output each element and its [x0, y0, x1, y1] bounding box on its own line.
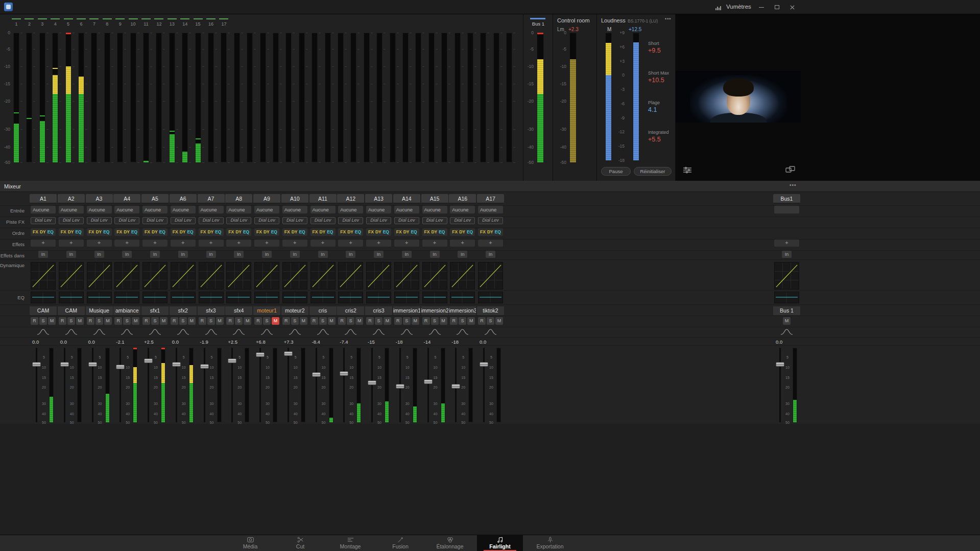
rsm-button-m[interactable]: M	[76, 317, 84, 325]
add-effect-button[interactable]: +	[366, 239, 391, 247]
trackfx-slot[interactable]: Dial Lev	[310, 217, 336, 224]
order-control[interactable]: FXDYEQ	[31, 228, 56, 236]
dual-display-icon[interactable]	[785, 166, 795, 176]
effects-in-button[interactable]: In	[262, 251, 272, 258]
order-control[interactable]: FXDYEQ	[394, 228, 419, 236]
add-effect-button[interactable]: +	[310, 239, 336, 247]
dynamics-graph[interactable]	[478, 262, 503, 290]
rsm-button-s[interactable]: S	[67, 317, 75, 325]
rsm-button-m[interactable]: M	[412, 317, 419, 325]
pan-control[interactable]	[456, 327, 469, 336]
channel-header[interactable]: A17	[477, 194, 504, 203]
eq-graph[interactable]	[366, 292, 391, 303]
fader-handle[interactable]	[88, 362, 97, 367]
dynamics-graph[interactable]	[31, 262, 56, 290]
eq-graph[interactable]	[394, 292, 419, 303]
track-name[interactable]: sfx4	[225, 306, 252, 315]
rsm-button-m[interactable]: M	[300, 317, 307, 325]
fader-handle[interactable]	[144, 358, 153, 363]
effects-in-button[interactable]: In	[430, 251, 440, 258]
eq-graph[interactable]	[142, 292, 168, 303]
minimize-button[interactable]	[755, 3, 768, 12]
add-effect-button[interactable]: +	[338, 239, 363, 247]
input-select[interactable]: Aucune	[87, 206, 112, 213]
rsm-button-s[interactable]: S	[487, 317, 494, 325]
add-effect-button[interactable]: +	[774, 239, 799, 247]
fader[interactable]: 5101520304050	[309, 347, 337, 423]
rsm-button-s[interactable]: S	[431, 317, 439, 325]
rsm-button-r[interactable]: R	[59, 317, 66, 325]
rsm-button-m[interactable]: M	[160, 317, 168, 325]
effects-in-button[interactable]: In	[38, 251, 48, 258]
add-effect-button[interactable]: +	[114, 239, 139, 247]
tab-fusion[interactable]: Fusion	[377, 535, 423, 551]
trackfx-slot[interactable]: Dial Lev	[478, 217, 503, 224]
dynamics-graph[interactable]	[774, 262, 799, 290]
rsm-button-s[interactable]: S	[39, 317, 47, 325]
input-select[interactable]: Aucune	[254, 206, 279, 213]
trackfx-slot[interactable]: Dial Lev	[394, 217, 419, 224]
channel-header[interactable]: A3	[86, 194, 113, 203]
trackfx-slot[interactable]: Dial Lev	[114, 217, 139, 224]
fader[interactable]: 5101520304050	[141, 347, 169, 423]
input-select[interactable]: Aucune	[59, 206, 84, 213]
channel-header[interactable]: A15	[421, 194, 448, 203]
eq-graph[interactable]	[87, 292, 112, 303]
rsm-button-s[interactable]: S	[235, 317, 243, 325]
trackfx-slot[interactable]: Dial Lev	[199, 217, 224, 224]
fader-handle[interactable]	[60, 362, 69, 367]
rsm-button-m[interactable]: M	[355, 317, 363, 325]
pan-control[interactable]	[204, 327, 218, 336]
rsm-button-m[interactable]: M	[440, 317, 447, 325]
dynamics-graph[interactable]	[338, 262, 363, 290]
trackfx-slot[interactable]: Dial Lev	[226, 217, 251, 224]
eq-graph[interactable]	[478, 292, 503, 303]
trackfx-slot[interactable]: Dial Lev	[31, 217, 56, 224]
channel-header[interactable]: A1	[30, 194, 57, 203]
order-control[interactable]: FXDYEQ	[478, 228, 503, 236]
pan-control[interactable]	[428, 327, 442, 336]
tab-média[interactable]: Média	[227, 535, 273, 551]
rsm-button-s[interactable]: S	[403, 317, 411, 325]
fader-handle[interactable]	[451, 384, 460, 389]
pan-control[interactable]	[484, 327, 497, 336]
tab-fairlight[interactable]: Fairlight	[477, 535, 523, 551]
track-name[interactable]: sfx3	[198, 306, 225, 315]
order-control[interactable]: FXDYEQ	[87, 228, 112, 236]
fader-handle[interactable]	[396, 384, 404, 389]
trackfx-slot[interactable]: Dial Lev	[171, 217, 196, 224]
rsm-button-s[interactable]: S	[263, 317, 271, 325]
add-effect-button[interactable]: +	[282, 239, 307, 247]
fader[interactable]: 5101520304050	[113, 347, 140, 423]
track-name[interactable]: sfx2	[170, 306, 197, 315]
rsm-button-m[interactable]: M	[384, 317, 391, 325]
rsm-button-r[interactable]: R	[199, 317, 206, 325]
order-control[interactable]: FXDYEQ	[310, 228, 336, 236]
track-name[interactable]: tiktok2	[477, 306, 504, 315]
track-name[interactable]: Musique	[86, 306, 113, 315]
channel-header[interactable]: A10	[281, 194, 308, 203]
track-name[interactable]: CAM	[58, 306, 85, 315]
rsm-button-r[interactable]: R	[478, 317, 486, 325]
eq-graph[interactable]	[114, 292, 139, 303]
input-select[interactable]: Aucune	[422, 206, 447, 213]
pan-control[interactable]	[92, 327, 106, 336]
add-effect-button[interactable]: +	[142, 239, 168, 247]
rsm-button-r[interactable]: R	[310, 317, 318, 325]
effects-in-button[interactable]: In	[122, 251, 132, 258]
pan-control[interactable]	[260, 327, 274, 336]
input-select[interactable]: Aucune	[31, 206, 56, 213]
trackfx-slot[interactable]: Dial Lev	[282, 217, 307, 224]
input-select[interactable]: Aucune	[310, 206, 336, 213]
fader-handle[interactable]	[424, 379, 433, 384]
order-control[interactable]: FXDYEQ	[450, 228, 475, 236]
trackfx-slot[interactable]: Dial Lev	[366, 217, 391, 224]
rsm-button-r[interactable]: R	[450, 317, 458, 325]
add-effect-button[interactable]: +	[450, 239, 475, 247]
input-select[interactable]: Aucune	[142, 206, 168, 213]
fader[interactable]: 5101520304050	[449, 347, 476, 423]
pan-control[interactable]	[316, 327, 330, 336]
input-select[interactable]: Aucune	[171, 206, 196, 213]
channel-header[interactable]: A8	[225, 194, 252, 203]
add-effect-button[interactable]: +	[422, 239, 447, 247]
